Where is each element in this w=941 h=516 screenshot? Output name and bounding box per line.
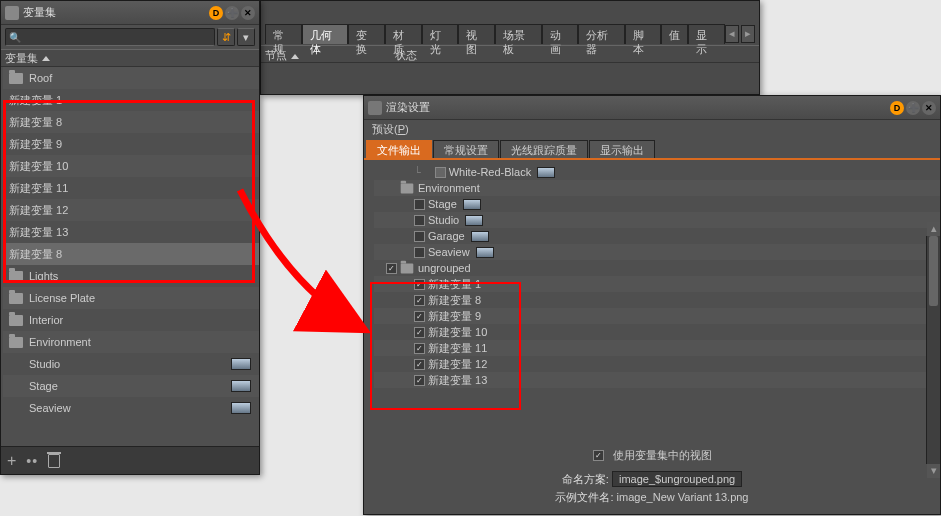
tree-item-row[interactable]: Stage <box>374 196 940 212</box>
tree-item-row[interactable]: └ White-Red-Black <box>374 164 940 180</box>
tab-2[interactable]: 变换 <box>348 24 385 44</box>
sort-icon <box>291 54 299 59</box>
preset-menu[interactable]: 预设(P) <box>364 120 940 140</box>
render-tab-3[interactable]: 显示输出 <box>589 140 655 158</box>
checkbox[interactable] <box>414 311 425 322</box>
checkbox[interactable] <box>414 215 425 226</box>
thumbnail <box>231 380 251 392</box>
tree-item-row[interactable]: 新建变量 10 <box>374 324 940 340</box>
col-node[interactable]: 节点 <box>261 46 391 62</box>
scroll-thumb[interactable] <box>929 236 938 306</box>
tree-item-row[interactable]: 新建变量 11 <box>374 340 940 356</box>
checkbox[interactable] <box>414 199 425 210</box>
folder-row[interactable]: Interior <box>3 309 259 331</box>
tab-6[interactable]: 场景板 <box>495 24 542 44</box>
checkbox[interactable] <box>414 247 425 258</box>
thumbnail <box>537 167 555 178</box>
checkbox[interactable] <box>414 375 425 386</box>
tab-next-button[interactable]: ▸ <box>741 25 755 43</box>
variant-row[interactable]: 新建变量 11 <box>3 177 259 199</box>
close-icon[interactable]: ✕ <box>241 6 255 20</box>
tab-7[interactable]: 动画 <box>542 24 579 44</box>
checkbox[interactable] <box>414 327 425 338</box>
variant-row[interactable]: 新建变量 8 <box>3 111 259 133</box>
folder-row[interactable]: Lights <box>3 265 259 287</box>
panel-title: 变量集 <box>23 5 209 20</box>
col-state[interactable]: 状态 <box>391 46 421 62</box>
label: 新建变量 13 <box>428 373 487 388</box>
add-button[interactable]: + <box>7 452 16 470</box>
expand-icon[interactable]: ➕ <box>225 6 239 20</box>
tab-prev-button[interactable]: ◂ <box>725 25 739 43</box>
checkbox[interactable] <box>414 359 425 370</box>
tab-9[interactable]: 脚本 <box>625 24 662 44</box>
variant-row[interactable]: 新建变量 8 <box>3 243 259 265</box>
checkbox[interactable] <box>386 263 397 274</box>
checkbox[interactable] <box>414 343 425 354</box>
square-icon <box>435 167 446 178</box>
variant-row[interactable]: 新建变量 13 <box>3 221 259 243</box>
variant-row[interactable]: 新建变量 9 <box>3 133 259 155</box>
tab-10[interactable]: 值 <box>661 24 688 44</box>
checkbox[interactable] <box>414 231 425 242</box>
hierarchy-button[interactable]: ⇵ <box>217 28 235 46</box>
tree-item-row[interactable]: Garage <box>374 228 940 244</box>
folder-icon <box>401 183 414 193</box>
d-icon[interactable]: D <box>209 6 223 20</box>
checkbox[interactable] <box>414 295 425 306</box>
folder-icon <box>9 315 23 326</box>
render-tab-0[interactable]: 文件输出 <box>366 140 432 158</box>
scrollbar[interactable]: ▴ ▾ <box>926 236 940 464</box>
render-tab-1[interactable]: 常规设置 <box>433 140 499 158</box>
tab-1[interactable]: 几何体 <box>302 24 349 44</box>
variant-row[interactable]: 新建变量 1 <box>3 89 259 111</box>
property-tabs: 常规几何体变换材质灯光视图场景板动画分析器脚本值显示◂▸ <box>261 23 759 45</box>
render-tab-2[interactable]: 光线跟踪质量 <box>500 140 588 158</box>
tree-item-row[interactable]: Seaview <box>374 244 940 260</box>
use-view-checkbox[interactable] <box>593 450 604 461</box>
example-value: image_New Variant 13.png <box>617 491 749 503</box>
tree-folder-row[interactable]: Environment <box>374 180 940 196</box>
search-input[interactable]: 🔍 <box>5 28 215 46</box>
label: 新建变量 9 <box>9 137 62 152</box>
folder-row[interactable]: Environment <box>3 331 259 353</box>
duplicate-button[interactable]: •• <box>26 453 38 469</box>
variant-row[interactable]: 新建变量 10 <box>3 155 259 177</box>
d-icon[interactable]: D <box>890 101 904 115</box>
sub-item-row[interactable]: Seaview <box>3 397 259 419</box>
tree-item-row[interactable]: 新建变量 9 <box>374 308 940 324</box>
label: 新建变量 8 <box>9 115 62 130</box>
close-icon[interactable]: ✕ <box>922 101 936 115</box>
sub-item-row[interactable]: Studio <box>3 353 259 375</box>
tab-3[interactable]: 材质 <box>385 24 422 44</box>
folder-row[interactable]: Roof <box>3 67 259 89</box>
delete-button[interactable] <box>48 454 60 468</box>
tab-0[interactable]: 常规 <box>265 24 302 44</box>
scroll-down-icon[interactable]: ▾ <box>927 464 940 478</box>
variant-sets-panel: 变量集 D ➕ ✕ 🔍 ⇵ ▾ 变量集 Roof新建变量 1新建变量 8新建变量… <box>0 0 260 475</box>
folder-icon <box>9 73 23 84</box>
label: 新建变量 1 <box>428 277 481 292</box>
label: Roof <box>29 72 52 84</box>
tab-4[interactable]: 灯光 <box>422 24 459 44</box>
filter-button[interactable]: ▾ <box>237 28 255 46</box>
tree-item-row[interactable]: 新建变量 1 <box>374 276 940 292</box>
folder-row[interactable]: License Plate <box>3 287 259 309</box>
tab-11[interactable]: 显示 <box>688 24 725 44</box>
tree-item-row[interactable]: 新建变量 8 <box>374 292 940 308</box>
sub-item-row[interactable]: Stage <box>3 375 259 397</box>
tree-item-row[interactable]: Studio <box>374 212 940 228</box>
expand-icon[interactable]: ➕ <box>906 101 920 115</box>
tab-8[interactable]: 分析器 <box>578 24 625 44</box>
checkbox[interactable] <box>414 279 425 290</box>
tree-item-row[interactable]: 新建变量 12 <box>374 356 940 372</box>
tree-folder-row[interactable]: ungrouped <box>374 260 940 276</box>
tree-header[interactable]: 变量集 <box>1 49 259 67</box>
search-row: 🔍 ⇵ ▾ <box>1 25 259 49</box>
bottom-toolbar: + •• <box>1 446 259 474</box>
variant-row[interactable]: 新建变量 12 <box>3 199 259 221</box>
tree-item-row[interactable]: 新建变量 13 <box>374 372 940 388</box>
naming-value[interactable]: image_$ungrouped.png <box>612 471 742 487</box>
tab-5[interactable]: 视图 <box>458 24 495 44</box>
scroll-up-icon[interactable]: ▴ <box>927 222 940 236</box>
